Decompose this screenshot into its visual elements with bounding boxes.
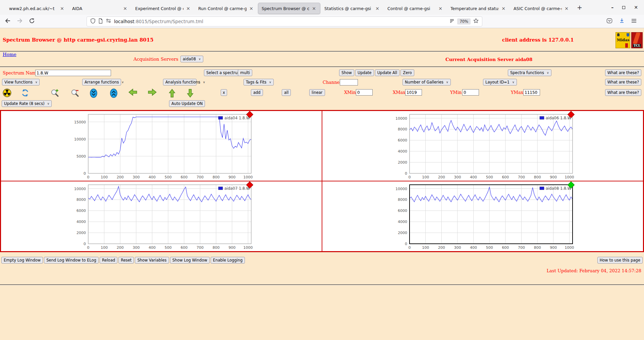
update-all-button[interactable]: Update All — [375, 69, 400, 76]
home-link[interactable]: Home — [3, 52, 16, 57]
tcl-logo[interactable]: TCL — [631, 32, 643, 48]
tab-title: Experiment Control @ ca — [135, 6, 183, 11]
ymax-input[interactable] — [523, 89, 540, 96]
spectrum-chart-aida06[interactable]: 0100200300400500600700800900100002000400… — [389, 112, 577, 181]
show-log-window-button[interactable]: Show Log Window — [170, 257, 210, 264]
spectrum-panel-aida08[interactable]: 0100200300400500600700800900100002000400… — [322, 181, 643, 251]
menu-hamburger-icon[interactable] — [631, 18, 637, 24]
zoom-level-chip[interactable]: 70% — [457, 18, 471, 24]
back-button[interactable] — [3, 18, 12, 25]
number-of-galleries-dropdown[interactable]: Number of Galleries∨ — [402, 79, 451, 86]
page-info-icon[interactable] — [98, 18, 103, 25]
reader-mode-icon[interactable] — [449, 18, 454, 24]
pocket-save-icon[interactable] — [606, 18, 612, 25]
zoom-in-icon[interactable] — [50, 89, 59, 99]
xmax-input[interactable] — [405, 89, 422, 96]
downloads-icon[interactable] — [619, 18, 625, 25]
tab-close-icon[interactable]: × — [249, 6, 254, 11]
tab-close-icon[interactable]: × — [185, 6, 191, 11]
divider — [0, 66, 644, 67]
reload-button[interactable] — [28, 18, 36, 25]
channel-input[interactable] — [340, 79, 358, 86]
tab-close-icon[interactable]: × — [438, 6, 443, 11]
page-header: Spectrum Browser @ http carme-gsi.cryrin… — [0, 28, 644, 51]
tab-7[interactable]: Control @ carme-gsi× — [384, 3, 446, 14]
spectrum-chart-aida04[interactable]: 0100200300400500600700800900100005000100… — [67, 112, 255, 181]
analysis-functions-dropdown[interactable]: Analysis functions∨ — [163, 79, 197, 86]
refresh-icon[interactable] — [21, 89, 30, 99]
tab-9[interactable]: ASIC Control @ carme-g× — [510, 3, 573, 14]
spectrum-chart-aida07[interactable]: 0100200300400500600700800900100002000400… — [67, 182, 255, 251]
ymin-input[interactable] — [462, 89, 479, 96]
show-button[interactable]: Show — [339, 69, 354, 76]
acquisition-server-select[interactable]: aida08∨ — [180, 56, 203, 62]
move-down-icon[interactable] — [186, 89, 194, 99]
tab-close-icon[interactable]: × — [59, 6, 65, 11]
svg-text:300: 300 — [132, 245, 140, 250]
move-left-icon[interactable] — [128, 89, 138, 97]
tab-5[interactable]: Spectrum Browser @ ca× — [258, 3, 320, 14]
what-are-these-button-3[interactable]: What are these? — [605, 89, 641, 96]
acquisition-server-group: Acquisition Servers aida08∨ — [133, 56, 203, 62]
window-close-button[interactable]: ✕ — [634, 5, 638, 10]
spectrum-panel-aida06[interactable]: 0100200300400500600700800900100002000400… — [322, 111, 643, 181]
window-maximize-button[interactable] — [622, 5, 625, 10]
window-minimize-button[interactable]: – — [611, 5, 613, 10]
how-to-use-button[interactable]: How to use this page — [597, 257, 643, 264]
permissions-icon[interactable] — [106, 18, 111, 24]
tab-3[interactable]: Experiment Control @ ca× — [132, 3, 194, 14]
spectrum-chart-aida08[interactable]: 0100200300400500600700800900100002000400… — [389, 182, 577, 251]
send-log-window-to-elog-button[interactable]: Send Log Window to ELog — [44, 257, 99, 264]
forward-button[interactable] — [15, 18, 24, 25]
svg-text:800: 800 — [534, 245, 541, 250]
arrange-functions-dropdown[interactable]: Arrange functions∨ — [82, 79, 121, 86]
linear-button[interactable]: linear — [309, 89, 325, 96]
shield-icon[interactable] — [90, 18, 96, 25]
spectrum-panel-aida07[interactable]: 0100200300400500600700800900100002000400… — [1, 181, 322, 251]
spectrum-panel-aida04[interactable]: 0100200300400500600700800900100005000100… — [1, 111, 322, 181]
tab-4[interactable]: Run Control @ carme-gs× — [195, 3, 257, 14]
all-button[interactable]: all — [282, 89, 291, 96]
zero-button[interactable]: Zero — [400, 69, 414, 76]
tab-close-icon[interactable]: × — [375, 6, 380, 11]
add-button[interactable]: add — [251, 89, 263, 96]
xmin-input[interactable] — [356, 89, 373, 96]
update-rate-dropdown[interactable]: Update Rate (8 secs)∨ — [2, 100, 52, 107]
bookmark-star-icon[interactable] — [473, 18, 479, 24]
spectrum-name-input[interactable] — [35, 70, 111, 76]
multi-button[interactable]: multi — [238, 69, 252, 76]
zoom-out-icon[interactable] — [70, 89, 79, 99]
compress-vertical-icon[interactable] — [90, 89, 97, 99]
midas-logo[interactable]: Midas — [615, 32, 630, 48]
enable-logging-button[interactable]: Enable Logging — [211, 257, 245, 264]
x-toggle-button[interactable]: x — [221, 89, 227, 96]
tab-1[interactable]: www2.ph.ed.ac.uk/~t× — [6, 3, 68, 14]
tags-fits-dropdown[interactable]: Tags & Fits∨ — [244, 79, 274, 86]
what-are-these-button-2[interactable]: What are these? — [605, 79, 641, 86]
tab-close-icon[interactable]: × — [122, 6, 128, 11]
spectra-functions-dropdown[interactable]: Spectra functions∨ — [508, 69, 551, 76]
tab-6[interactable]: Statistics @ carme-gsi× — [321, 3, 383, 14]
view-functions-dropdown[interactable]: View functions∨ — [2, 79, 40, 86]
tab-close-icon[interactable]: × — [564, 6, 569, 11]
url-text[interactable]: localhost:8015/Spectrum/Spectrum.tml — [114, 19, 447, 24]
radiation-icon[interactable] — [3, 89, 11, 99]
expand-vertical-icon[interactable] — [110, 89, 117, 99]
tab-close-icon[interactable]: × — [311, 6, 317, 11]
new-tab-button[interactable]: + — [573, 4, 586, 11]
reload-button[interactable]: Reload — [100, 257, 117, 264]
tab-2[interactable]: AIDA× — [69, 3, 131, 14]
reset-button[interactable]: Reset — [118, 257, 134, 264]
empty-log-window-button[interactable]: Empty Log Window — [1, 257, 43, 264]
move-right-icon[interactable] — [148, 89, 157, 97]
layout-id-dropdown[interactable]: Layout ID=1∨ — [483, 79, 517, 86]
tab-8[interactable]: Temperature and status s× — [447, 3, 509, 14]
log-buttons-group: Empty Log WindowSend Log Window to ELogR… — [1, 257, 245, 264]
update-button[interactable]: Update — [355, 69, 374, 76]
what-are-these-button-1[interactable]: What are these? — [605, 69, 641, 76]
url-bar[interactable]: localhost:8015/Spectrum/Spectrum.tml 70% — [87, 16, 482, 26]
show-variables-button[interactable]: Show Variables — [135, 257, 169, 264]
auto-update-button[interactable]: Auto Update ON — [169, 100, 205, 107]
move-up-icon[interactable] — [168, 89, 176, 99]
tab-close-icon[interactable]: × — [501, 6, 506, 11]
